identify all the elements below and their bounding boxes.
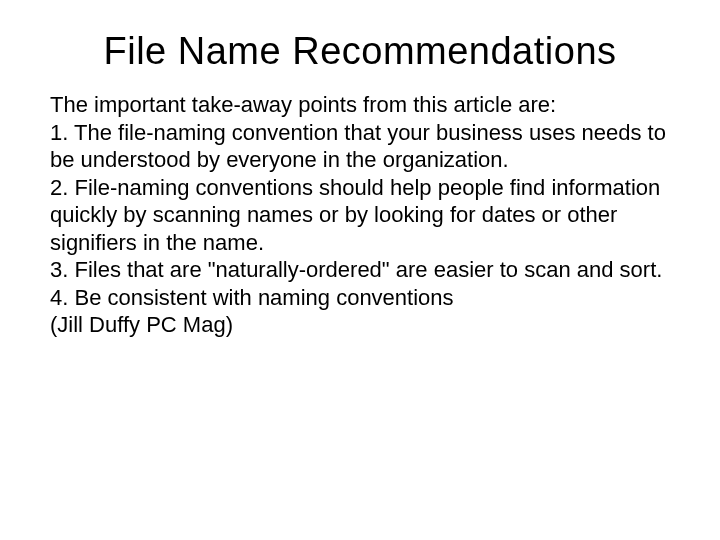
slide-body: The important take-away points from this… (50, 91, 670, 339)
intro-text: The important take-away points from this… (50, 91, 670, 119)
point-4: 4. Be consistent with naming conventions (50, 284, 670, 312)
point-1: 1. The file-naming convention that your … (50, 119, 670, 174)
point-2: 2. File-naming conventions should help p… (50, 174, 670, 257)
point-3: 3. Files that are "naturally-ordered" ar… (50, 256, 670, 284)
attribution: (Jill Duffy PC Mag) (50, 311, 670, 339)
slide-title: File Name Recommendations (50, 30, 670, 73)
